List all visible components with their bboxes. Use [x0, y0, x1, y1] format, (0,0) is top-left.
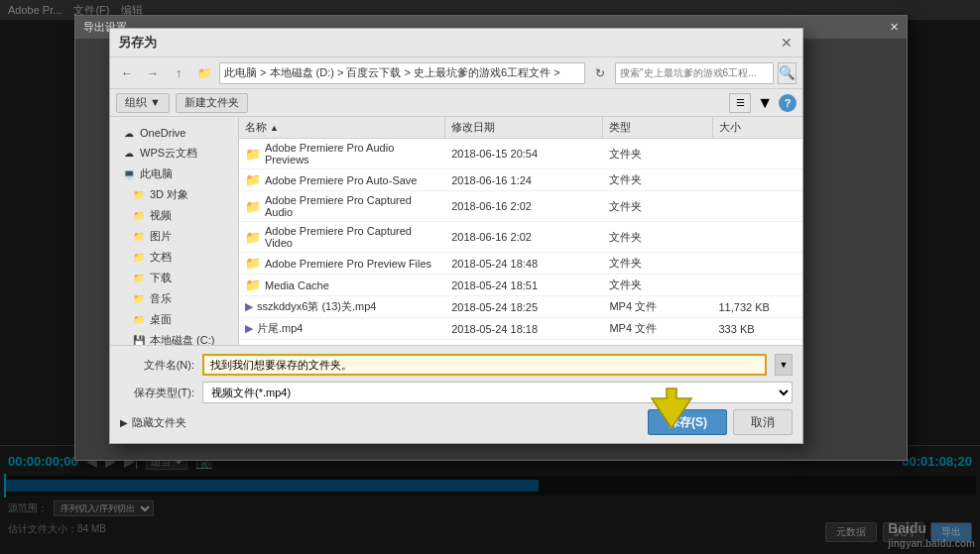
filename-input[interactable] — [202, 354, 767, 376]
hide-folders-toggle[interactable]: ▶ 隐藏文件夹 — [120, 415, 186, 430]
organize-button[interactable]: 组织 ▼ — [116, 93, 170, 113]
saveas-main-content: ☁ OneDrive ☁ WPS云文档 💻 此电脑 📁 3D 对象 📁 视频 📁 — [110, 117, 802, 345]
folder-icon: 📁 — [245, 147, 261, 162]
sidebar-item-video[interactable]: 📁 视频 — [110, 205, 238, 226]
save-as-dialog: 另存为 ✕ ← → ↑ 📁 此电脑 > 本地磁盘 (D:) > 百度云下载 > … — [109, 28, 803, 444]
file-row[interactable]: 📁 Adobe Premiere Pro Auto-Save 2018-06-1… — [239, 169, 802, 191]
save-button[interactable]: 保存(S) — [648, 409, 727, 435]
col-header-type[interactable]: 类型 — [603, 117, 713, 138]
file-row[interactable]: 📁 Adobe Premiere Pro Captured Video 2018… — [239, 222, 802, 253]
new-folder-button[interactable]: 新建文件夹 — [176, 93, 248, 113]
sidebar-item-drive-c[interactable]: 💾 本地磁盘 (C:) — [110, 330, 238, 345]
file-row[interactable]: ▶ 片尾.mp4 2018-05-24 18:18 MP4 文件 333 KB — [239, 318, 802, 340]
help-button[interactable]: ? — [779, 94, 796, 112]
saveas-button-row: ▶ 隐藏文件夹 保存(S) 取消 — [120, 409, 793, 435]
sidebar-item-3d[interactable]: 📁 3D 对象 — [110, 184, 238, 205]
filetype-label: 保存类型(T): — [120, 386, 194, 400]
folder-downloads-icon: 📁 — [132, 272, 146, 285]
folder-icon: 📁 — [245, 199, 261, 214]
sidebar-item-onedrive[interactable]: ☁ OneDrive — [110, 123, 238, 143]
saveas-title-bar: 另存为 ✕ — [110, 29, 802, 57]
saveas-close-button[interactable]: ✕ — [779, 35, 795, 51]
nav-refresh-button[interactable]: ↻ — [589, 62, 611, 84]
folder-icon: 📁 — [245, 172, 261, 187]
nav-search-input[interactable] — [615, 62, 774, 84]
toggle-arrow-icon: ▶ — [120, 417, 128, 428]
col-header-name[interactable]: 名称 — [239, 117, 445, 138]
sidebar-item-documents[interactable]: 📁 文档 — [110, 247, 238, 268]
saveas-file-list: 名称 修改日期 类型 大小 📁 Adobe Premiere Pro Audio… — [239, 117, 802, 345]
saveas-toolbar: 组织 ▼ 新建文件夹 ☰ ▼ ? — [110, 89, 802, 117]
view-toggle-button[interactable]: ☰ — [729, 93, 751, 113]
nav-path-bar[interactable]: 此电脑 > 本地磁盘 (D:) > 百度云下载 > 史上最坑爹的游戏6工程文件 … — [219, 62, 585, 84]
saveas-form-area: 文件名(N): ▼ 保存类型(T): 视频文件(*.mp4) ▶ 隐藏文件夹 保… — [110, 345, 802, 443]
sidebar-item-music[interactable]: 📁 音乐 — [110, 288, 238, 309]
computer-icon: 💻 — [122, 167, 136, 181]
file-row[interactable]: 📁 Adobe Premiere Pro Audio Previews 2018… — [239, 139, 802, 169]
nav-forward-button[interactable]: → — [142, 62, 164, 84]
wps-icon: ☁ — [122, 147, 136, 161]
onedrive-icon: ☁ — [122, 126, 136, 140]
saveas-nav-bar: ← → ↑ 📁 此电脑 > 本地磁盘 (D:) > 百度云下载 > 史上最坑爹的… — [110, 57, 802, 89]
file-row[interactable]: 📁 Adobe Premiere Pro Preview Files 2018-… — [239, 253, 802, 275]
col-header-date[interactable]: 修改日期 — [445, 117, 603, 138]
cancel-button[interactable]: 取消 — [733, 409, 793, 435]
file-row[interactable]: ▶ sszkddyx6第 (13)关.mp4 2018-05-24 18:25 … — [239, 296, 802, 318]
nav-search-button[interactable]: 🔍 — [778, 62, 796, 84]
sidebar-item-this-pc[interactable]: 💻 此电脑 — [110, 164, 238, 184]
folder-video-icon: 📁 — [132, 209, 146, 223]
file-list-header: 名称 修改日期 类型 大小 — [239, 117, 802, 139]
folder-icon: 📁 — [245, 277, 261, 292]
folder-3d-icon: 📁 — [132, 188, 146, 202]
sidebar-item-pictures[interactable]: 📁 图片 — [110, 226, 238, 247]
filename-dropdown-button[interactable]: ▼ — [775, 354, 793, 376]
filetype-select[interactable]: 视频文件(*.mp4) — [202, 382, 793, 403]
mp4-file-icon: ▶ — [245, 300, 253, 313]
nav-up-button[interactable]: ↑ — [168, 62, 189, 84]
baidu-watermark: Baidu jingyan.baidu.com — [888, 517, 975, 549]
filename-label: 文件名(N): — [120, 358, 194, 373]
folder-icon: 📁 — [245, 256, 261, 271]
col-header-size[interactable]: 大小 — [713, 117, 802, 138]
folder-documents-icon: 📁 — [132, 251, 146, 265]
drive-c-icon: 💾 — [132, 334, 146, 346]
file-row[interactable]: 📁 Media Cache 2018-05-24 18:51 文件夹 — [239, 275, 802, 296]
saveas-title-text: 另存为 — [118, 34, 157, 52]
export-close-icon[interactable]: ✕ — [890, 21, 899, 34]
folder-pictures-icon: 📁 — [132, 230, 146, 244]
folder-desktop-icon: 📁 — [132, 313, 146, 327]
folder-music-icon: 📁 — [132, 292, 146, 306]
sidebar-item-desktop[interactable]: 📁 桌面 — [110, 309, 238, 330]
nav-folder-icon-button[interactable]: 📁 — [193, 62, 215, 84]
folder-icon: 📁 — [245, 230, 261, 245]
file-row[interactable]: 📁 Adobe Premiere Pro Captured Audio 2018… — [239, 191, 802, 222]
sidebar-item-downloads[interactable]: 📁 下载 — [110, 268, 238, 288]
mp4-file-icon: ▶ — [245, 322, 253, 335]
filetype-row: 保存类型(T): 视频文件(*.mp4) — [120, 382, 793, 403]
nav-back-button[interactable]: ← — [116, 62, 138, 84]
filename-row: 文件名(N): ▼ — [120, 354, 793, 376]
saveas-sidebar: ☁ OneDrive ☁ WPS云文档 💻 此电脑 📁 3D 对象 📁 视频 📁 — [110, 117, 239, 345]
sidebar-item-wps[interactable]: ☁ WPS云文档 — [110, 143, 238, 164]
